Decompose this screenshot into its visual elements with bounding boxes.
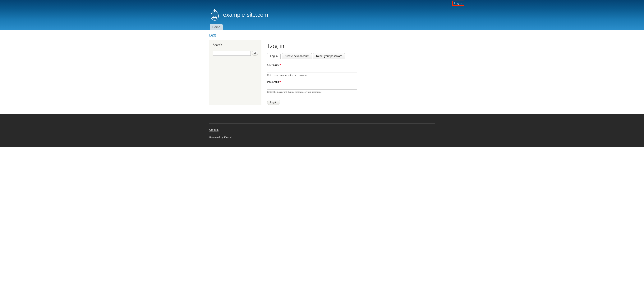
password-label: Password* (267, 80, 281, 83)
password-input[interactable] (267, 85, 357, 90)
search-heading: Search (213, 43, 258, 48)
sidebar: Search (209, 40, 262, 105)
page-title: Log in (267, 42, 435, 50)
local-tabs: Log in Create new account Reset your pas… (267, 53, 435, 59)
footer-contact-link[interactable]: Contact (209, 128, 218, 131)
password-description: Enter the password that accompanies your… (267, 90, 435, 93)
login-form: Username* Enter your example-site.com us… (267, 63, 435, 105)
search-icon (254, 52, 256, 55)
form-item-password: Password* Enter the password that accomp… (267, 80, 435, 93)
tab-create-account[interactable]: Create new account (282, 53, 312, 59)
drupal-logo-icon[interactable] (209, 9, 220, 21)
tab-login[interactable]: Log in (267, 53, 280, 59)
top-login-link[interactable]: Log in (452, 1, 464, 6)
footer-divider (209, 123, 435, 124)
search-input[interactable] (213, 51, 251, 56)
drupal-link[interactable]: Drupal (224, 136, 232, 139)
site-footer: Contact Powered by Drupal (0, 114, 644, 147)
login-submit-button[interactable]: Log in (267, 100, 280, 105)
powered-by: Powered by Drupal (209, 136, 435, 139)
site-branding: example-site.com (209, 0, 435, 21)
form-item-username: Username* Enter your example-site.com us… (267, 63, 435, 77)
breadcrumb-home-link[interactable]: Home (209, 33, 216, 37)
site-header: Log in example-site.com Home (0, 0, 644, 30)
breadcrumb: Home (209, 33, 435, 37)
username-input[interactable] (267, 68, 357, 73)
site-name[interactable]: example-site.com (223, 12, 268, 18)
main-content: Log in Log in Create new account Reset y… (267, 40, 435, 105)
required-marker: * (280, 80, 281, 83)
search-button[interactable] (252, 51, 258, 56)
svg-point-0 (214, 10, 216, 12)
required-marker: * (280, 63, 282, 66)
nav-tab-home[interactable]: Home (210, 24, 223, 30)
username-label: Username* (267, 63, 281, 66)
tab-reset-password[interactable]: Reset your password (313, 53, 345, 59)
svg-line-2 (255, 53, 256, 54)
username-description: Enter your example-site.com username. (267, 74, 435, 77)
